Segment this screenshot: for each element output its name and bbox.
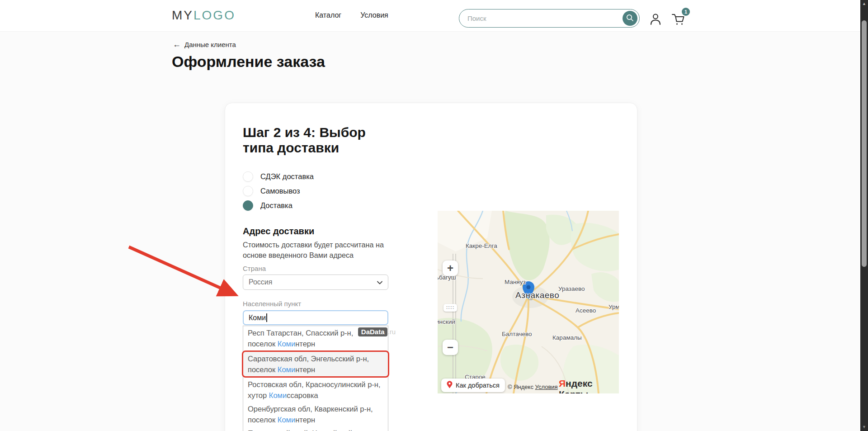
suggestion-match: Коми — [278, 365, 295, 374]
back-arrow-icon: ← — [173, 41, 181, 48]
radio-circle-unchecked[interactable] — [243, 171, 253, 182]
header: MYLOGO Каталог Условия — [0, 0, 868, 32]
directions-button[interactable]: Как добраться — [441, 379, 505, 392]
radio-circle-unchecked[interactable] — [243, 186, 253, 196]
radio-label: Самовывоз — [260, 187, 300, 195]
suggestion-line1: Ростовская обл, Красносулинский р-н, — [248, 379, 383, 390]
map-terms-link[interactable]: Условия — [535, 384, 558, 390]
checkout-page: MYLOGO Каталог Условия — [0, 0, 868, 431]
cart-count-badge: 1 — [682, 8, 690, 16]
delivery-form: Шаг 2 из 4: Выбор типа доставки СДЭК дос… — [243, 125, 396, 431]
address-section-title: Адрес доставки — [243, 226, 396, 237]
scrollbar-down-arrow[interactable]: ▼ — [860, 423, 868, 431]
page-scrollbar[interactable]: ▲ ▼ — [860, 0, 868, 431]
suggestion-line2: поселок Коминтерн — [248, 364, 383, 375]
suggestion-match: Коми — [278, 416, 295, 424]
suggestion-line2: поселок Коминтерн — [248, 338, 383, 349]
main-nav: Каталог Условия — [315, 11, 388, 19]
scrollbar-up-arrow[interactable]: ▲ — [860, 0, 868, 8]
map-label-town: Карамалы — [552, 334, 582, 341]
step-title: Шаг 2 из 4: Выбор типа доставки — [243, 125, 396, 156]
cart-icon — [671, 20, 686, 28]
chevron-down-icon — [377, 278, 382, 286]
search-bar — [459, 9, 640, 28]
country-label: Страна — [243, 265, 396, 272]
yandex-logo-ya: Я — [559, 378, 566, 388]
map-label-town: Урма — [609, 303, 619, 310]
red-pin-icon — [447, 381, 453, 390]
search-input[interactable] — [467, 14, 623, 22]
checkout-card: Шаг 2 из 4: Выбор типа доставки СДЭК дос… — [225, 103, 637, 431]
scrollbar-thumb[interactable] — [862, 20, 867, 267]
directions-label: Как добраться — [456, 382, 500, 389]
cart-button[interactable]: 1 — [671, 12, 689, 27]
back-link-label: Данные клиента — [184, 41, 236, 48]
map-attribution: © Яндекс Условия — [508, 384, 558, 390]
logo-part-logo: LOGO — [193, 8, 236, 22]
yandex-maps-logo[interactable]: Яндекс Карты — [559, 378, 619, 393]
zoom-in-button[interactable]: + — [443, 260, 458, 276]
dadata-watermark[interactable]: DaData.ru — [358, 328, 396, 336]
map-label-town: Маняуз — [505, 279, 526, 285]
suggestion-item[interactable]: Приморский край, Ханкайский р-н, село Ко… — [243, 426, 388, 431]
suggestion-item[interactable]: Ростовская обл, Красносулинский р-н, хут… — [243, 378, 388, 402]
text-caret — [266, 313, 267, 322]
radio-option-cdek[interactable]: СДЭК доставка — [243, 169, 396, 184]
address-description: Стоимость доставки будет рассчитана на о… — [243, 240, 395, 260]
radio-label: Доставка — [260, 201, 292, 210]
radio-option-pickup[interactable]: Самовывоз — [243, 184, 396, 198]
suggestion-line1: Оренбургская обл, Кваркенский р-н, — [248, 403, 383, 414]
person-icon — [649, 19, 662, 27]
nav-terms[interactable]: Условия — [360, 11, 388, 19]
suggestion-line2: хутор Комиссаровка — [248, 390, 383, 401]
city-input-value: Коми — [249, 314, 266, 322]
map-label-city: Азнакаево — [515, 290, 559, 300]
suggestion-item-annotated[interactable]: Саратовская обл, Энгельсский р-н, посело… — [242, 350, 389, 378]
logo[interactable]: MYLOGO — [172, 8, 236, 23]
radio-circle-checked[interactable] — [243, 200, 253, 211]
yandex-map[interactable]: Какре-Елга ьбагуш Маняуз Азнакаево Ураза… — [438, 211, 619, 393]
search-button[interactable] — [623, 11, 637, 26]
city-input[interactable]: Коми — [243, 310, 388, 325]
account-button[interactable] — [649, 13, 662, 27]
suggestion-line2: поселок Коминтерн — [248, 414, 383, 425]
map-label-town: Асеево — [576, 307, 596, 314]
radio-option-delivery[interactable]: Доставка — [243, 198, 396, 213]
page-title: Оформление заказа — [172, 53, 325, 71]
suggestion-match: Коми — [269, 391, 287, 399]
suggestion-line1: Саратовская обл, Энгельсский р-н, — [248, 353, 383, 364]
zoom-slider-handle[interactable]: :::: — [443, 304, 457, 312]
delivery-type-options: СДЭК доставка Самовывоз Доставка — [243, 169, 396, 213]
dadata-badge: DaData — [358, 327, 388, 336]
map-label-town: Какре-Елга — [466, 242, 497, 249]
zoom-out-button[interactable]: − — [443, 340, 458, 355]
country-select[interactable]: Россия — [243, 275, 388, 290]
suggestion-item[interactable]: Оренбургская обл, Кваркенский р-н, посел… — [243, 402, 388, 426]
address-suggestions-dropdown: DaData.ru Респ Татарстан, Спасский р-н, … — [243, 326, 388, 431]
search-icon — [626, 14, 634, 23]
logo-part-my: MY — [172, 8, 193, 22]
country-select-value: Россия — [249, 278, 377, 286]
map-label-town: инский — [438, 318, 455, 325]
map-label-town: Уразаево — [558, 285, 585, 292]
suggestion-match: Коми — [278, 340, 295, 348]
map-label-town: Балтачево — [502, 331, 532, 337]
back-link[interactable]: ← Данные клиента — [173, 41, 236, 48]
nav-catalog[interactable]: Каталог — [315, 11, 341, 19]
radio-label: СДЭК доставка — [260, 172, 314, 181]
map-copyright: © Яндекс — [508, 384, 533, 390]
map-canvas — [438, 211, 619, 393]
dadata-suffix: .ru — [387, 328, 396, 336]
suggestion-line1: Приморский край, Ханкайский р-н, — [248, 428, 383, 431]
city-label: Населенный пункт — [243, 300, 396, 308]
